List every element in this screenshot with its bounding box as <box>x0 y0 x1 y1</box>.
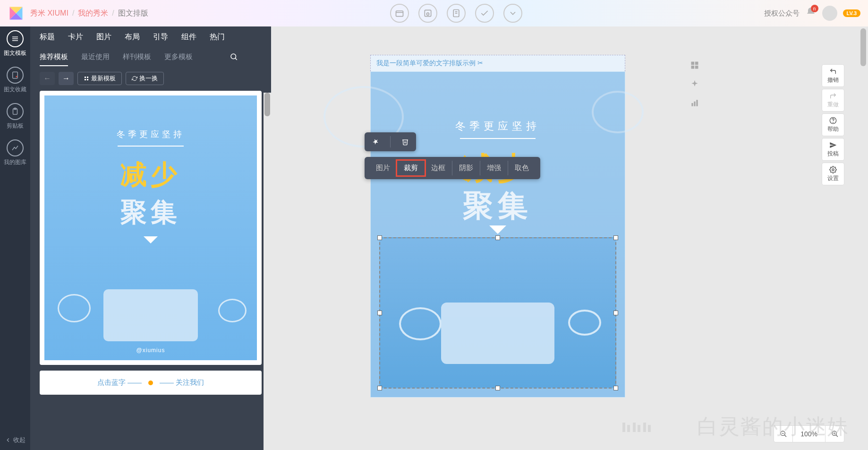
folder-icon[interactable] <box>390 4 409 23</box>
tab-image-opt[interactable]: 图片 <box>369 161 397 175</box>
brand-link[interactable]: 秀米 XIUMI <box>30 9 68 18</box>
template-category-tabs: 标题 卡片 图片 布局 引导 组件 热门 <box>30 26 271 45</box>
card2-right: 关注我们 <box>176 378 204 386</box>
zoom-control: 100% <box>774 425 844 442</box>
template-card[interactable]: 冬季更应坚持 减少 聚集 @xiumius <box>40 91 262 365</box>
download-icon[interactable] <box>503 4 522 23</box>
tab-recent[interactable]: 最近使用 <box>81 52 110 66</box>
watermark-logo <box>622 418 665 439</box>
header-right: 授权公众号 n LV.3 <box>764 6 860 21</box>
zoom-out-button[interactable] <box>774 426 793 442</box>
scrollbar-thumb[interactable] <box>860 28 866 66</box>
tab-guide[interactable]: 引导 <box>153 32 168 45</box>
settings-button[interactable]: 设置 <box>822 163 844 185</box>
redo-button[interactable]: 重做 <box>822 89 844 112</box>
tab-image[interactable]: 图片 <box>96 32 111 45</box>
redo-label: 重做 <box>827 101 839 109</box>
breadcrumb-sep: / <box>112 9 114 17</box>
tab-recommended[interactable]: 推荐模板 <box>40 52 68 66</box>
template-scrollbar[interactable] <box>264 93 271 450</box>
rail-item-favorites[interactable]: 图文收藏 <box>4 67 26 94</box>
search-icon[interactable] <box>230 52 238 66</box>
image-edit-toolbar: 图片 裁剪 边框 阴影 增强 取色 <box>365 157 540 179</box>
refresh-button[interactable]: 换一换 <box>126 72 164 85</box>
preview-footer: @xiumius <box>136 347 165 354</box>
zoom-in-button[interactable] <box>825 426 844 442</box>
tab-hot[interactable]: 热门 <box>210 32 225 45</box>
resize-handle-bl[interactable] <box>377 386 382 390</box>
resize-handle-ml[interactable] <box>377 311 382 315</box>
template-toolbar: ← → 最新模板 换一换 <box>30 66 271 91</box>
tab-layout[interactable]: 布局 <box>125 32 140 45</box>
bars-icon[interactable] <box>689 97 700 109</box>
template-list[interactable]: 冬季更应坚持 减少 聚集 @xiumius 点击蓝字 关注我们 <box>30 91 271 450</box>
tab-component[interactable]: 组件 <box>181 32 196 45</box>
nav-back-button[interactable]: ← <box>40 72 55 85</box>
svg-rect-37 <box>638 425 640 432</box>
check-icon[interactable] <box>475 4 494 23</box>
rail-item-gallery[interactable]: 我的图库 <box>4 139 26 166</box>
submit-button[interactable]: 投稿 <box>822 138 844 161</box>
svg-line-28 <box>784 435 786 437</box>
rail-item-templates[interactable]: 图文模板 <box>4 30 26 57</box>
right-action-rail: 撤销 重做 帮助 投稿 设置 <box>822 64 844 185</box>
tab-enhance[interactable]: 增强 <box>480 161 508 175</box>
canvas-scrollbar[interactable] <box>859 26 867 450</box>
selected-image[interactable] <box>379 237 616 389</box>
svg-point-2 <box>426 13 429 15</box>
scrollbar-thumb[interactable] <box>264 93 270 116</box>
grid-icon[interactable] <box>689 60 700 71</box>
resize-handle-tr[interactable] <box>613 235 618 240</box>
svg-point-13 <box>231 54 236 59</box>
tab-more[interactable]: 更多模板 <box>164 52 193 66</box>
sel-mask-graphic <box>441 303 554 364</box>
card2-left: 点击蓝字 <box>97 378 126 386</box>
nav-forward-button[interactable]: → <box>59 72 74 85</box>
resize-handle-tm[interactable] <box>495 235 500 240</box>
svg-rect-0 <box>396 11 403 17</box>
notification-icon[interactable]: n <box>805 7 817 20</box>
svg-marker-16 <box>489 225 506 234</box>
zoom-value[interactable]: 100% <box>793 430 825 438</box>
undo-button[interactable]: 撤销 <box>822 64 844 87</box>
collapse-button[interactable]: 收起 <box>5 436 26 444</box>
rail-item-clipboard[interactable]: 剪贴板 <box>7 103 24 130</box>
canvas-image-bg[interactable]: 冬季更应坚持 减少 聚集 <box>370 71 625 398</box>
pin-icon[interactable] <box>368 136 383 147</box>
help-button[interactable]: 帮助 <box>822 113 844 136</box>
latest-label: 最新模板 <box>91 74 116 83</box>
preview-text-2: 聚集 <box>120 195 181 231</box>
tab-title[interactable]: 标题 <box>40 32 55 45</box>
svg-rect-36 <box>633 423 636 432</box>
mask-graphic <box>103 289 198 341</box>
breadcrumb-item[interactable]: 我的秀米 <box>78 9 108 18</box>
tab-border[interactable]: 边框 <box>425 161 452 175</box>
latest-templates-button[interactable]: 最新模板 <box>77 72 122 85</box>
delete-icon[interactable] <box>398 136 412 147</box>
svg-point-26 <box>832 169 834 171</box>
resize-handle-tl[interactable] <box>377 235 382 240</box>
tab-shadow[interactable]: 阴影 <box>452 161 480 175</box>
avatar[interactable] <box>822 6 837 21</box>
auth-link[interactable]: 授权公众号 <box>764 9 800 18</box>
save-icon[interactable] <box>418 4 437 23</box>
chevron-down-icon <box>144 236 158 246</box>
tab-color-pick[interactable]: 取色 <box>508 161 536 175</box>
resize-handle-mr[interactable] <box>613 311 618 315</box>
canvas-header-text[interactable]: 我是一段简单可爱的文字排版示例 ✂ <box>370 55 625 71</box>
document-icon[interactable] <box>447 4 466 23</box>
template-panel: 标题 卡片 图片 布局 引导 组件 热门 推荐模板 最近使用 样刊模板 更多模板… <box>30 26 271 450</box>
logo[interactable] <box>8 5 25 22</box>
template-card-follow[interactable]: 点击蓝字 关注我们 <box>40 371 262 395</box>
resize-handle-br[interactable] <box>613 386 618 390</box>
sel-strap-left <box>399 307 442 340</box>
dash-icon <box>128 383 142 383</box>
sparkle-icon[interactable] <box>689 78 700 90</box>
tab-sample[interactable]: 样刊模板 <box>123 52 151 66</box>
svg-point-10 <box>16 76 17 78</box>
resize-handle-bm[interactable] <box>495 386 500 390</box>
undo-label: 撤销 <box>827 76 839 84</box>
tab-crop[interactable]: 裁剪 <box>396 159 426 177</box>
tab-card[interactable]: 卡片 <box>68 32 83 45</box>
help-label: 帮助 <box>827 125 839 133</box>
